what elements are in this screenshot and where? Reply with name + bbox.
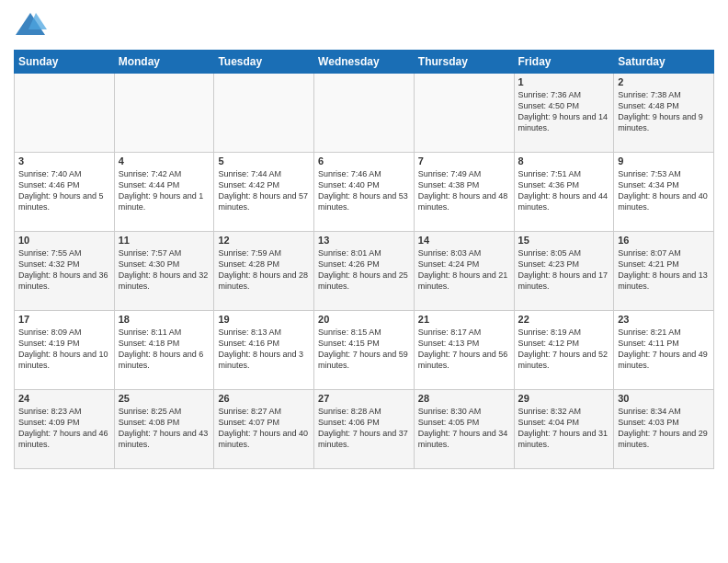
week-row-5: 24Sunrise: 8:23 AM Sunset: 4:09 PM Dayli…: [15, 390, 714, 469]
day-info: Sunrise: 8:19 AM Sunset: 4:12 PM Dayligh…: [518, 327, 609, 370]
calendar-cell: 11Sunrise: 7:57 AM Sunset: 4:30 PM Dayli…: [114, 232, 214, 311]
calendar-cell: 16Sunrise: 8:07 AM Sunset: 4:21 PM Dayli…: [614, 232, 714, 311]
day-number: 15: [518, 235, 610, 246]
calendar-cell: 2Sunrise: 7:38 AM Sunset: 4:48 PM Daylig…: [614, 74, 714, 153]
calendar-cell: 8Sunrise: 7:51 AM Sunset: 4:36 PM Daylig…: [514, 153, 614, 232]
day-info: Sunrise: 8:21 AM Sunset: 4:11 PM Dayligh…: [618, 327, 708, 370]
calendar-cell: [114, 74, 214, 153]
day-info: Sunrise: 8:25 AM Sunset: 4:08 PM Dayligh…: [119, 407, 209, 449]
week-row-3: 10Sunrise: 7:55 AM Sunset: 4:32 PM Dayli…: [15, 232, 714, 311]
calendar-table: SundayMondayTuesdayWednesdayThursdayFrid…: [14, 50, 714, 469]
weekday-header-saturday: Saturday: [614, 51, 714, 74]
day-number: 2: [618, 76, 710, 87]
calendar-cell: 4Sunrise: 7:42 AM Sunset: 4:44 PM Daylig…: [114, 153, 214, 232]
calendar-cell: 26Sunrise: 8:27 AM Sunset: 4:07 PM Dayli…: [214, 390, 314, 469]
day-number: 17: [18, 314, 110, 325]
day-info: Sunrise: 8:05 AM Sunset: 4:23 PM Dayligh…: [518, 248, 609, 291]
calendar-cell: [414, 74, 514, 153]
page: SundayMondayTuesdayWednesdayThursdayFrid…: [0, 0, 728, 563]
calendar-cell: 10Sunrise: 7:55 AM Sunset: 4:32 PM Dayli…: [15, 232, 115, 311]
calendar-cell: [15, 74, 115, 153]
day-number: 26: [218, 393, 310, 404]
day-info: Sunrise: 7:53 AM Sunset: 4:34 PM Dayligh…: [618, 169, 708, 212]
day-info: Sunrise: 8:32 AM Sunset: 4:04 PM Dayligh…: [518, 407, 609, 449]
week-row-1: 1Sunrise: 7:36 AM Sunset: 4:50 PM Daylig…: [15, 74, 714, 153]
day-number: 5: [218, 155, 310, 167]
calendar-cell: 28Sunrise: 8:30 AM Sunset: 4:05 PM Dayli…: [414, 390, 514, 469]
day-number: 20: [318, 314, 410, 325]
day-number: 11: [119, 235, 210, 246]
day-number: 3: [18, 155, 110, 167]
day-number: 12: [218, 235, 310, 246]
day-info: Sunrise: 7:55 AM Sunset: 4:32 PM Dayligh…: [18, 248, 108, 291]
logo: [14, 9, 51, 42]
day-info: Sunrise: 7:40 AM Sunset: 4:46 PM Dayligh…: [18, 169, 104, 212]
day-info: Sunrise: 8:11 AM Sunset: 4:18 PM Dayligh…: [119, 327, 204, 370]
day-number: 21: [418, 314, 510, 325]
calendar-cell: 1Sunrise: 7:36 AM Sunset: 4:50 PM Daylig…: [514, 74, 614, 153]
day-number: 28: [418, 393, 510, 404]
weekday-header-friday: Friday: [514, 51, 614, 74]
calendar-cell: 15Sunrise: 8:05 AM Sunset: 4:23 PM Dayli…: [514, 232, 614, 311]
calendar-cell: [214, 74, 314, 153]
calendar-cell: 6Sunrise: 7:46 AM Sunset: 4:40 PM Daylig…: [314, 153, 415, 232]
day-number: 30: [618, 393, 710, 404]
day-number: 13: [318, 235, 410, 246]
weekday-header-thursday: Thursday: [414, 51, 514, 74]
day-info: Sunrise: 8:07 AM Sunset: 4:21 PM Dayligh…: [618, 248, 708, 291]
day-info: Sunrise: 8:23 AM Sunset: 4:09 PM Dayligh…: [18, 407, 108, 449]
day-info: Sunrise: 7:36 AM Sunset: 4:50 PM Dayligh…: [518, 90, 609, 132]
calendar-cell: 20Sunrise: 8:15 AM Sunset: 4:15 PM Dayli…: [314, 311, 415, 390]
weekday-header-tuesday: Tuesday: [214, 51, 314, 74]
calendar-cell: 9Sunrise: 7:53 AM Sunset: 4:34 PM Daylig…: [614, 153, 714, 232]
week-row-4: 17Sunrise: 8:09 AM Sunset: 4:19 PM Dayli…: [15, 311, 714, 390]
day-info: Sunrise: 8:34 AM Sunset: 4:03 PM Dayligh…: [618, 407, 708, 449]
weekday-header-wednesday: Wednesday: [314, 51, 415, 74]
day-number: 7: [418, 155, 510, 167]
day-number: 25: [119, 393, 210, 404]
day-number: 18: [119, 314, 210, 325]
calendar-cell: 22Sunrise: 8:19 AM Sunset: 4:12 PM Dayli…: [514, 311, 614, 390]
header: [14, 9, 714, 42]
calendar-cell: 21Sunrise: 8:17 AM Sunset: 4:13 PM Dayli…: [414, 311, 514, 390]
day-info: Sunrise: 8:17 AM Sunset: 4:13 PM Dayligh…: [418, 327, 508, 370]
calendar-cell: 30Sunrise: 8:34 AM Sunset: 4:03 PM Dayli…: [614, 390, 714, 469]
calendar-cell: 17Sunrise: 8:09 AM Sunset: 4:19 PM Dayli…: [15, 311, 115, 390]
day-number: 27: [318, 393, 410, 404]
logo-icon: [14, 9, 47, 42]
day-number: 16: [618, 235, 710, 246]
day-info: Sunrise: 8:03 AM Sunset: 4:24 PM Dayligh…: [418, 248, 508, 291]
calendar-cell: 29Sunrise: 8:32 AM Sunset: 4:04 PM Dayli…: [514, 390, 614, 469]
weekday-header-row: SundayMondayTuesdayWednesdayThursdayFrid…: [15, 51, 714, 74]
calendar-cell: 5Sunrise: 7:44 AM Sunset: 4:42 PM Daylig…: [214, 153, 314, 232]
day-info: Sunrise: 8:30 AM Sunset: 4:05 PM Dayligh…: [418, 407, 508, 449]
day-info: Sunrise: 7:51 AM Sunset: 4:36 PM Dayligh…: [518, 169, 609, 212]
calendar-cell: 14Sunrise: 8:03 AM Sunset: 4:24 PM Dayli…: [414, 232, 514, 311]
day-number: 24: [18, 393, 110, 404]
calendar-cell: 3Sunrise: 7:40 AM Sunset: 4:46 PM Daylig…: [15, 153, 115, 232]
day-number: 6: [318, 155, 410, 167]
day-info: Sunrise: 8:13 AM Sunset: 4:16 PM Dayligh…: [218, 327, 303, 370]
day-number: 19: [218, 314, 310, 325]
calendar-cell: 12Sunrise: 7:59 AM Sunset: 4:28 PM Dayli…: [214, 232, 314, 311]
day-info: Sunrise: 7:57 AM Sunset: 4:30 PM Dayligh…: [119, 248, 209, 291]
day-info: Sunrise: 7:42 AM Sunset: 4:44 PM Dayligh…: [119, 169, 204, 212]
day-info: Sunrise: 8:09 AM Sunset: 4:19 PM Dayligh…: [18, 327, 108, 370]
weekday-header-monday: Monday: [114, 51, 214, 74]
calendar-cell: [314, 74, 415, 153]
day-info: Sunrise: 7:49 AM Sunset: 4:38 PM Dayligh…: [418, 169, 508, 212]
day-number: 23: [618, 314, 710, 325]
day-number: 9: [618, 155, 710, 167]
day-number: 4: [119, 155, 210, 167]
calendar-cell: 18Sunrise: 8:11 AM Sunset: 4:18 PM Dayli…: [114, 311, 214, 390]
weekday-header-sunday: Sunday: [15, 51, 115, 74]
calendar-cell: 19Sunrise: 8:13 AM Sunset: 4:16 PM Dayli…: [214, 311, 314, 390]
day-number: 14: [418, 235, 510, 246]
calendar-cell: 23Sunrise: 8:21 AM Sunset: 4:11 PM Dayli…: [614, 311, 714, 390]
calendar-cell: 7Sunrise: 7:49 AM Sunset: 4:38 PM Daylig…: [414, 153, 514, 232]
day-info: Sunrise: 7:44 AM Sunset: 4:42 PM Dayligh…: [218, 169, 308, 212]
day-info: Sunrise: 8:15 AM Sunset: 4:15 PM Dayligh…: [318, 327, 408, 370]
day-number: 8: [518, 155, 610, 167]
day-number: 29: [518, 393, 610, 404]
day-number: 10: [18, 235, 110, 246]
